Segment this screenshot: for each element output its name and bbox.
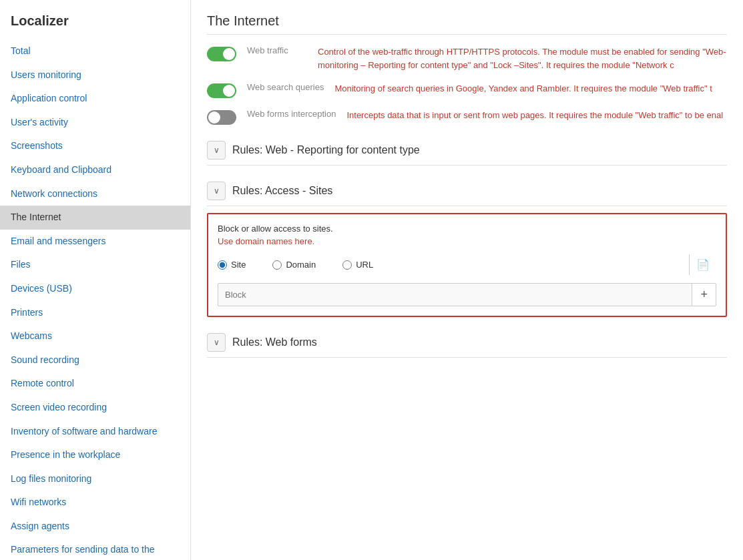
rule-header-web-reporting[interactable]: ∨Rules: Web - Reporting for content type [207,135,727,166]
toggle-label-web-traffic: Web traffic [247,45,307,55]
toggle-row-web-search: Web search queriesMonitoring of search q… [207,82,727,98]
sidebar-item-21[interactable]: Parameters for sending data to the serve… [0,538,190,560]
toggle-label-web-search: Web search queries [247,82,324,92]
sidebar-item-9[interactable]: Files [0,253,190,277]
rule-header-access-sites[interactable]: ∨Rules: Access - Sites [207,176,727,206]
collapse-btn-access-sites[interactable]: ∨ [207,182,226,200]
toggle-desc-web-forms: Intercepts data that is input or sent fr… [346,109,727,122]
sidebar-item-20[interactable]: Assign agents [0,515,190,539]
radio-option-domain[interactable]: Domain [272,260,316,270]
toggle-desc-web-traffic: Control of the web-traffic through HTTP/… [318,45,727,71]
rule-section-web-reporting: ∨Rules: Web - Reporting for content type [207,135,727,166]
sidebar-item-0[interactable]: Total [0,39,190,63]
access-desc-2: Use domain names here. [218,236,716,246]
sidebar-item-2[interactable]: Application control [0,87,190,111]
rule-title-web-forms-rules: Rules: Web forms [232,336,317,348]
sidebar-item-18[interactable]: Log files monitoring [0,467,190,491]
radio-input-site[interactable] [218,260,227,270]
import-file-button[interactable]: 📄 [689,254,716,275]
toggle-row-web-forms: Web forms interceptionIntercepts data th… [207,109,727,125]
toggle-switch-web-forms[interactable] [207,110,236,125]
sidebar-item-10[interactable]: Devices (USB) [0,277,190,301]
access-desc-1: Block or allow access to sites. [218,224,716,234]
sidebar-item-1[interactable]: Users monitoring [0,63,190,87]
sidebar-item-16[interactable]: Inventory of software and hardware [0,420,190,444]
sidebar-item-12[interactable]: Webcams [0,324,190,348]
rule-sections: ∨Rules: Web - Reporting for content type… [207,135,727,358]
sidebar-item-8[interactable]: Email and messengers [0,230,190,254]
sidebar-item-14[interactable]: Remote control [0,372,190,396]
toggle-section: Web trafficControl of the web-traffic th… [207,45,727,125]
collapse-btn-web-reporting[interactable]: ∨ [207,141,226,160]
sidebar-item-11[interactable]: Printers [0,301,190,325]
sidebar-nav: TotalUsers monitoringApplication control… [0,39,190,560]
block-input[interactable] [218,284,692,305]
block-input-row: + [218,283,716,306]
sidebar-item-5[interactable]: Keyboard and Clipboard [0,158,190,182]
access-sites-box: Block or allow access to sites.Use domai… [207,213,727,317]
sidebar-item-6[interactable]: Network connections [0,182,190,206]
rule-section-web-forms-rules: ∨Rules: Web forms [207,328,727,358]
radio-row: SiteDomainURL📄 [218,254,716,275]
radio-input-domain[interactable] [272,260,282,270]
toggle-switch-web-traffic[interactable] [207,47,236,61]
sidebar-item-4[interactable]: Screenshots [0,134,190,158]
sidebar: Localizer TotalUsers monitoringApplicati… [0,0,191,560]
sidebar-item-3[interactable]: User's activity [0,111,190,135]
rule-title-web-reporting: Rules: Web - Reporting for content type [232,144,420,156]
toggle-desc-web-search: Monitoring of search queries in Google, … [334,82,727,95]
toggle-switch-web-search[interactable] [207,83,236,98]
sidebar-item-17[interactable]: Presence in the workplace [0,443,190,467]
rule-section-access-sites: ∨Rules: Access - SitesBlock or allow acc… [207,176,727,317]
radio-input-url[interactable] [342,260,352,270]
toggle-row-web-traffic: Web trafficControl of the web-traffic th… [207,45,727,71]
main-content: The Internet Web trafficControl of the w… [191,0,743,560]
radio-option-url[interactable]: URL [342,260,373,270]
app-title: Localizer [0,7,190,39]
sidebar-item-13[interactable]: Sound recording [0,348,190,372]
rule-header-web-forms-rules[interactable]: ∨Rules: Web forms [207,328,727,358]
sidebar-item-7[interactable]: The Internet [0,206,190,230]
radio-option-site[interactable]: Site [218,260,246,270]
add-rule-button[interactable]: + [692,284,716,306]
sidebar-item-15[interactable]: Screen video recording [0,396,190,420]
rule-title-access-sites: Rules: Access - Sites [232,185,332,197]
collapse-btn-web-forms-rules[interactable]: ∨ [207,333,226,352]
sidebar-item-19[interactable]: Wifi networks [0,491,190,515]
page-title: The Internet [207,13,727,35]
toggle-label-web-forms: Web forms interception [247,109,336,119]
